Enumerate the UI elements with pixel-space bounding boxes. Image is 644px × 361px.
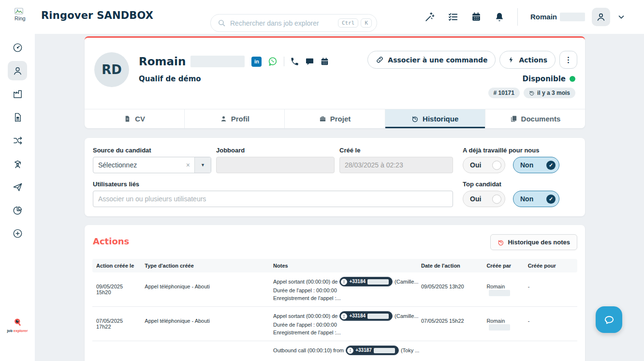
history-red-icon: [498, 239, 504, 246]
check-icon: ✓: [546, 161, 556, 170]
magic-wand-icon[interactable]: [424, 12, 435, 22]
table-row[interactable]: 07/05/2025 17h22 Appel téléphonique - Ab…: [92, 307, 577, 341]
bolt-icon: [508, 56, 515, 63]
worked-yes-toggle[interactable]: Oui: [463, 157, 505, 173]
job-explorer-icon: [14, 318, 22, 326]
chat-widget-button[interactable]: [596, 306, 622, 333]
kbd-ctrl: Ctrl: [338, 18, 359, 28]
top-yes-toggle[interactable]: Oui: [463, 191, 505, 207]
last-updated-badge: il y a 3 mois: [524, 88, 575, 98]
bell-icon[interactable]: [494, 12, 505, 22]
tab-profil[interactable]: Profil: [185, 109, 285, 128]
avatar: RD: [94, 52, 129, 87]
clear-icon[interactable]: ×: [182, 161, 194, 169]
graduate-icon: [12, 158, 23, 169]
sidebar-item-candidates[interactable]: [8, 61, 27, 80]
availability-status: Disponible: [523, 75, 575, 83]
documents-icon: [510, 115, 517, 122]
linked-users-label: Utilisateurs liés: [93, 180, 139, 188]
worked-label: A déjà travaillé pour nous: [463, 147, 539, 154]
created-label: Créé le: [339, 147, 360, 154]
tab-documents[interactable]: Documents: [485, 109, 585, 128]
table-row[interactable]: Outbound call (00:00:10) from +33187 (To…: [92, 341, 577, 360]
job-explorer-logo: job explorer: [0, 318, 35, 333]
filters-panel: Source du candidat Sélectionnez × ▼ Jobb…: [85, 138, 585, 216]
kebab-icon: ⋮: [565, 55, 572, 64]
redacted-phone: [367, 314, 389, 319]
app-title: Ringover SANDBOX: [41, 10, 153, 21]
paper-plane-icon: [12, 181, 23, 193]
global-search[interactable]: Ctrl K: [210, 14, 377, 32]
header-divider: [517, 8, 518, 26]
phone-number-badge[interactable]: +33184: [339, 277, 393, 286]
user-avatar-button[interactable]: [592, 8, 610, 26]
actions-button[interactable]: Actions: [499, 51, 556, 69]
tab-projet[interactable]: Projet: [285, 109, 385, 128]
main-content: RD Romain in Qualif de démo Associer à u…: [35, 34, 644, 361]
company-icon: [12, 89, 23, 100]
document-icon: [12, 112, 23, 123]
source-label: Source du candidat: [93, 147, 151, 154]
radio-circle: [492, 195, 501, 204]
search-icon: [218, 19, 226, 27]
sidebar-item-campaigns[interactable]: [8, 177, 27, 196]
created-date-input: 28/03/2025 à 02:23: [339, 157, 453, 173]
source-select[interactable]: Sélectionnez × ▼: [93, 157, 211, 173]
sidebar-item-dashboard[interactable]: [8, 38, 27, 57]
check-icon: ✓: [546, 195, 556, 204]
shuffle-icon: [12, 135, 23, 146]
redacted-lastname: [489, 324, 510, 331]
sidebar-item-companies[interactable]: [8, 84, 27, 104]
plus-circle-icon: [12, 228, 23, 239]
calendar-icon[interactable]: [320, 57, 329, 66]
whatsapp-icon[interactable]: [267, 56, 278, 67]
sidebar-item-documents[interactable]: [8, 107, 27, 127]
top-no-toggle[interactable]: Non✓: [513, 191, 559, 207]
notes-history-button[interactable]: Historique des notes: [490, 234, 577, 250]
tab-cv[interactable]: CV: [85, 109, 185, 128]
dropdown-arrow-icon[interactable]: ▼: [194, 157, 211, 173]
jobboard-label: Jobboard: [216, 147, 245, 154]
task-list-icon[interactable]: [448, 12, 458, 22]
table-row[interactable]: 09/05/2025 15h20 Appel téléphonique - Ab…: [92, 272, 577, 307]
sidebar-item-statistics[interactable]: [8, 200, 27, 220]
chevron-down-icon[interactable]: [617, 13, 626, 21]
icon-divider: [284, 57, 284, 66]
sidebar-item-create[interactable]: [8, 224, 27, 243]
link-icon: [376, 56, 384, 64]
worked-no-toggle[interactable]: Non✓: [513, 157, 559, 173]
sidebar-item-matching[interactable]: [8, 131, 27, 150]
linked-users-input[interactable]: [93, 191, 453, 207]
broken-image-icon: [15, 8, 23, 15]
actions-table: Action créée le Type d'action créée Note…: [92, 259, 577, 360]
search-input[interactable]: [230, 19, 336, 27]
sidebar-item-talents[interactable]: [8, 154, 27, 173]
phone-number-badge[interactable]: +33187: [346, 346, 399, 355]
radio-circle: [492, 161, 501, 170]
candidate-subtitle: Qualif de démo: [139, 75, 201, 83]
pie-chart-icon: [12, 205, 23, 216]
tab-historique[interactable]: Historique: [385, 109, 485, 128]
person-icon: [596, 12, 606, 22]
history-icon: [529, 90, 535, 96]
top-header: Ring Ringover SANDBOX Ctrl K Romain: [0, 0, 644, 34]
ringover-logo[interactable]: Ring: [15, 8, 36, 21]
left-sidebar: job explorer: [0, 34, 35, 361]
history-icon: [411, 115, 419, 122]
dashboard-icon: [12, 42, 23, 53]
redacted-lastname: [489, 290, 510, 296]
calendar-icon[interactable]: [471, 12, 482, 22]
ringover-icon: [341, 279, 347, 285]
more-options-button[interactable]: ⋮: [559, 51, 577, 69]
logo-alt-text: Ring: [15, 15, 36, 21]
linkedin-icon[interactable]: in: [251, 57, 262, 67]
phone-number-badge[interactable]: +33184: [339, 311, 393, 321]
profile-icon: [220, 115, 227, 122]
redacted-lastname: [560, 13, 585, 21]
chat-icon[interactable]: [305, 57, 314, 66]
phone-icon[interactable]: [290, 57, 299, 66]
associate-order-button[interactable]: Associer à une commande: [367, 51, 496, 69]
actions-panel: Actions Historique des notes Action créé…: [85, 225, 585, 361]
ringover-icon: [341, 313, 347, 319]
cv-icon: [124, 115, 131, 122]
